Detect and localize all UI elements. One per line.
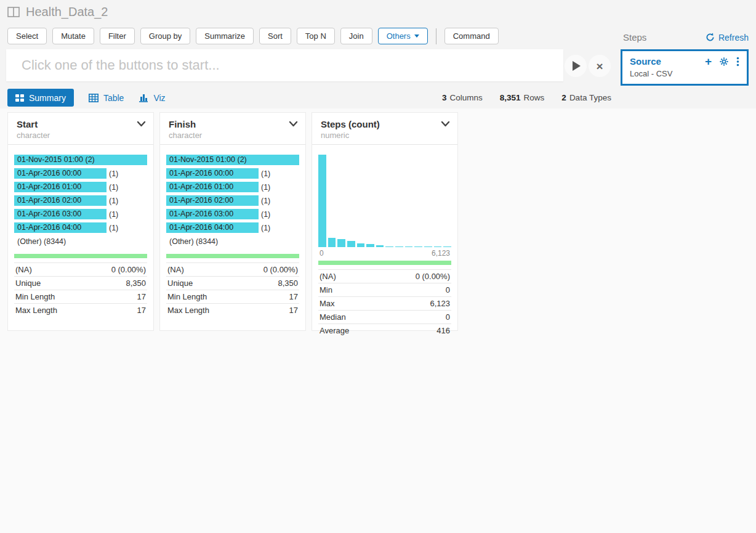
stat-row: Unique8,350 bbox=[166, 276, 299, 290]
top-n-button[interactable]: Top N bbox=[297, 28, 335, 44]
kebab-menu-icon[interactable] bbox=[736, 57, 739, 67]
histogram-bar bbox=[434, 246, 442, 248]
column-card-header[interactable]: Steps (count) numeric bbox=[312, 113, 457, 145]
value-bar-row[interactable]: 01-Apr-2016 04:00(1) bbox=[166, 222, 299, 233]
others-label: Others bbox=[387, 31, 411, 41]
value-bar: 01-Apr-2016 03:00 bbox=[14, 209, 107, 219]
column-card-header[interactable]: Start character bbox=[8, 113, 153, 145]
histogram[interactable] bbox=[318, 155, 451, 247]
others-dropdown-button[interactable]: Others bbox=[378, 28, 428, 44]
add-step-icon[interactable]: + bbox=[705, 55, 712, 67]
histogram-bar bbox=[395, 246, 403, 248]
command-input[interactable] bbox=[6, 49, 563, 81]
column-card-header[interactable]: Finish character bbox=[160, 113, 305, 145]
clear-button[interactable]: × bbox=[589, 55, 611, 77]
stat-row: (NA)0 (0.00%) bbox=[14, 262, 147, 276]
histogram-bar bbox=[376, 245, 384, 247]
value-count: (1) bbox=[109, 183, 118, 192]
chevron-down-icon[interactable] bbox=[137, 121, 146, 127]
column-stats-table: (NA)0 (0.00%) Unique8,350 Min Length17 M… bbox=[166, 262, 299, 317]
rows-count: 8,351Rows bbox=[500, 93, 545, 102]
value-bar-row[interactable]: 01-Apr-2016 02:00(1) bbox=[14, 195, 147, 206]
dataset-info: 3Columns 8,351Rows 2Data Types bbox=[442, 93, 611, 102]
axis-min-label: 0 bbox=[320, 249, 324, 258]
other-values-row: (Other) (8344) bbox=[14, 236, 147, 246]
histogram-axis: 0 6,123 bbox=[320, 249, 450, 258]
steps-panel-header: Steps Refresh bbox=[623, 32, 749, 43]
value-count: (1) bbox=[261, 210, 270, 219]
value-bar: 01-Nov-2015 01:00 (2) bbox=[14, 155, 147, 165]
valid-ratio-bar bbox=[14, 254, 147, 258]
run-button[interactable] bbox=[565, 55, 587, 77]
chevron-down-icon[interactable] bbox=[289, 121, 298, 127]
histogram-bar bbox=[318, 155, 326, 247]
histogram-bar bbox=[337, 239, 345, 247]
source-step-subtitle: Local - CSV bbox=[630, 69, 739, 78]
value-bar-row[interactable]: 01-Nov-2015 01:00 (2) bbox=[166, 155, 299, 165]
filter-button[interactable]: Filter bbox=[100, 28, 135, 44]
chevron-down-icon bbox=[414, 35, 419, 38]
app-window: Health_Data_2 Select Mutate Filter Group… bbox=[0, 0, 756, 533]
toolbar-divider bbox=[436, 28, 436, 44]
group-by-button[interactable]: Group by bbox=[140, 28, 190, 44]
stat-row: Unique8,350 bbox=[14, 276, 147, 290]
histogram-bar bbox=[328, 238, 336, 247]
refresh-button[interactable]: Refresh bbox=[706, 33, 749, 43]
stat-row: Min Length17 bbox=[14, 290, 147, 303]
value-count: (1) bbox=[261, 197, 270, 205]
tab-summary[interactable]: Summary bbox=[7, 89, 74, 107]
chevron-down-icon[interactable] bbox=[441, 121, 450, 127]
tab-viz-label: Viz bbox=[153, 93, 165, 103]
bar-chart-icon bbox=[139, 93, 148, 102]
window-header: Health_Data_2 bbox=[7, 5, 108, 19]
top-values-list: 01-Nov-2015 01:00 (2) 01-Apr-2016 00:00(… bbox=[8, 145, 153, 246]
value-bar-row[interactable]: 01-Apr-2016 00:00(1) bbox=[14, 168, 147, 179]
summary-grid-icon bbox=[15, 94, 24, 102]
value-count: (1) bbox=[109, 224, 118, 232]
value-bar-row[interactable]: 01-Apr-2016 01:00(1) bbox=[166, 182, 299, 192]
column-type: character bbox=[17, 131, 145, 140]
value-bar-row[interactable]: 01-Nov-2015 01:00 (2) bbox=[14, 155, 147, 165]
column-stats-table: (NA)0 (0.00%) Min0 Max6,123 Median0 Aver… bbox=[318, 269, 451, 337]
value-count: (1) bbox=[261, 169, 270, 178]
value-bar: 01-Apr-2016 00:00 bbox=[166, 168, 259, 179]
value-bar: 01-Apr-2016 01:00 bbox=[166, 182, 259, 192]
join-button[interactable]: Join bbox=[340, 28, 372, 44]
value-bar: 01-Apr-2016 04:00 bbox=[14, 222, 107, 233]
value-count: (1) bbox=[109, 210, 118, 219]
table-icon bbox=[89, 94, 99, 102]
stat-row: Max Length17 bbox=[14, 303, 147, 317]
value-bar-row[interactable]: 01-Apr-2016 04:00(1) bbox=[14, 222, 147, 233]
histogram-bar bbox=[424, 246, 432, 248]
column-card-steps-count: Steps (count) numeric 0 6,123 (NA)0 (0.0… bbox=[312, 112, 458, 331]
sort-button[interactable]: Sort bbox=[259, 28, 291, 44]
value-count: (1) bbox=[261, 183, 270, 192]
value-bar-row[interactable]: 01-Apr-2016 03:00(1) bbox=[166, 209, 299, 219]
histogram-bar bbox=[357, 243, 365, 247]
value-bar-row[interactable]: 01-Apr-2016 03:00(1) bbox=[14, 209, 147, 219]
summarize-button[interactable]: Summarize bbox=[196, 28, 254, 44]
columns-count: 3Columns bbox=[442, 93, 483, 102]
command-button[interactable]: Command bbox=[444, 28, 499, 44]
histogram-bar bbox=[347, 241, 355, 247]
value-bar-row[interactable]: 01-Apr-2016 02:00(1) bbox=[166, 195, 299, 206]
value-bar-row[interactable]: 01-Apr-2016 01:00(1) bbox=[14, 182, 147, 192]
tab-table[interactable]: Table bbox=[89, 89, 124, 107]
column-name: Steps (count) bbox=[321, 119, 449, 129]
column-name: Start bbox=[17, 119, 145, 129]
stat-row: Min Length17 bbox=[166, 290, 299, 303]
select-button[interactable]: Select bbox=[7, 28, 47, 44]
stat-row: Max Length17 bbox=[166, 303, 299, 317]
column-type: numeric bbox=[321, 131, 449, 140]
mutate-button[interactable]: Mutate bbox=[52, 28, 94, 44]
close-icon: × bbox=[596, 60, 603, 72]
other-values-row: (Other) (8344) bbox=[166, 236, 299, 246]
source-step-card[interactable]: Source + Local bbox=[621, 49, 749, 86]
value-bar: 01-Apr-2016 00:00 bbox=[14, 168, 107, 179]
gear-icon[interactable] bbox=[720, 57, 728, 66]
tab-viz[interactable]: Viz bbox=[139, 89, 165, 107]
histogram-bar bbox=[366, 244, 374, 247]
value-bar: 01-Apr-2016 02:00 bbox=[166, 195, 259, 206]
value-bar-row[interactable]: 01-Apr-2016 00:00(1) bbox=[166, 168, 299, 179]
value-bar: 01-Apr-2016 04:00 bbox=[166, 222, 259, 233]
